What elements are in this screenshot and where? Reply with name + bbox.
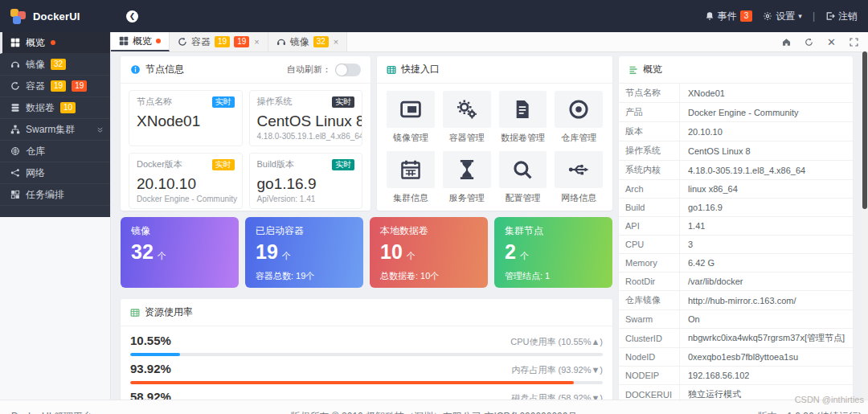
sidebar-item-label: 数据卷	[26, 101, 55, 115]
overview-row-label: 系统内核	[619, 161, 680, 179]
grid-icon	[119, 36, 129, 46]
settings-menu-button[interactable]: 设置 ▾	[763, 10, 802, 23]
quick-entry-label: 镜像管理	[387, 132, 435, 144]
tab-概览[interactable]: 概览	[111, 32, 170, 51]
resource-usage-title: 资源使用率	[145, 305, 193, 319]
overview-row-value: On	[680, 311, 853, 327]
overview-row-value: /var/lib/docker	[680, 273, 853, 289]
bell-icon	[705, 11, 714, 21]
tab-容器[interactable]: 容器1919×	[170, 32, 268, 51]
overview-row-节点名称: 节点名称XNode01	[619, 84, 853, 103]
overview-row-value: XNode01	[680, 85, 853, 101]
resource-row-header: 93.92%内存占用率 (93.92%▼)	[130, 362, 603, 376]
sidebar-item-概览[interactable]: 概览	[0, 32, 110, 54]
stat-card-unit: 个	[282, 250, 291, 262]
settings-label: 设置	[776, 10, 795, 23]
sidebar-item-网络[interactable]: 网络	[0, 162, 110, 184]
stat-card-value-line: 32个	[131, 240, 228, 264]
sidebar-item-label: 容器	[26, 80, 45, 93]
overview-row-NODEIP: NODEIP192.168.56.102	[619, 367, 853, 385]
sidebar-item-数据卷[interactable]: 数据卷10	[0, 97, 110, 119]
table-icon	[130, 308, 140, 318]
open-tabs: 概览容器1919×镜像32×	[111, 32, 347, 51]
overview-row-label: Build	[619, 199, 680, 216]
close-tab-icon[interactable]: ×	[254, 37, 259, 47]
node-card-label: Build版本	[257, 158, 294, 170]
quick-entry-数据卷管理[interactable]: 数据卷管理	[499, 91, 547, 144]
sidebar-item-label: 任务编排	[26, 188, 64, 202]
node-card-value: CentOS Linux 8	[257, 113, 355, 130]
node-card-节点名称: 节点名称实时XNode01	[129, 90, 243, 146]
sitemap-icon	[10, 125, 20, 134]
quick-entry-镜像管理[interactable]: 镜像管理	[387, 91, 435, 144]
quick-entry-icon-box	[555, 151, 603, 188]
tab-label: 镜像	[290, 35, 309, 49]
overview-row-label: CPU	[619, 236, 680, 253]
quick-entry-网络信息[interactable]: 网络信息	[555, 151, 603, 204]
logout-button[interactable]: 注销	[825, 10, 858, 23]
overview-row-Memory: Memory6.42 G	[619, 254, 853, 273]
resource-label: CPU使用率 (10.55%▲)	[510, 336, 603, 348]
events-button[interactable]: 事件 3	[705, 10, 753, 23]
quick-entry-panel: 快捷入口 镜像管理容器管理数据卷管理仓库管理集群信息服务管理配置管理网络信息	[377, 56, 612, 211]
overview-row-系统内核: 系统内核4.18.0-305.19.1.el8_4.x86_64	[619, 161, 853, 180]
overview-row-value: go1.16.9	[680, 199, 853, 215]
scrollbar-thumb[interactable]	[862, 51, 867, 209]
quick-entry-配置管理[interactable]: 配置管理	[499, 151, 547, 204]
node-card-label: Docker版本	[137, 158, 182, 170]
node-card-value: go1.16.9	[257, 175, 355, 193]
quick-entry-仓库管理[interactable]: 仓库管理	[555, 91, 603, 144]
overview-row-value: 3	[680, 236, 853, 252]
quick-entry-label: 数据卷管理	[499, 132, 547, 144]
sidebar-item-Swarm集群[interactable]: Swarm集群	[0, 119, 110, 141]
quick-entry-icon-box	[443, 151, 491, 188]
stat-card-value: 32	[131, 240, 154, 264]
resource-row-header: 10.55%CPU使用率 (10.55%▲)	[130, 334, 603, 348]
sidebar-item-镜像[interactable]: 镜像32	[0, 54, 110, 76]
close-tab-icon[interactable]: ×	[334, 37, 338, 47]
sidebar-item-label: 网络	[26, 166, 45, 180]
close-tab-icon[interactable]: ✕	[827, 37, 836, 47]
node-info-panel: 节点信息 自动刷新： 节点名称实时XNode01操作系统实时CentOS Lin…	[121, 56, 371, 211]
node-card-subvalue: Docker Engine - Community	[137, 195, 235, 203]
overview-row-value: 20.10.10	[680, 124, 853, 140]
database-icon	[10, 103, 20, 113]
quick-entry-icon-box	[387, 91, 435, 128]
realtime-badge: 实时	[212, 159, 235, 170]
node-info-title: 节点信息	[145, 63, 184, 76]
sidebar-item-容器[interactable]: 容器1919	[0, 76, 110, 97]
tab-镜像[interactable]: 镜像32×	[268, 32, 348, 51]
gears-icon	[457, 99, 477, 120]
fullscreen-icon	[850, 38, 858, 47]
sidebar-collapse-button[interactable]: ❮	[126, 10, 138, 23]
stat-card-value: 2	[505, 240, 516, 264]
overview-row-CPU: CPU3	[619, 236, 853, 254]
count-badge: 32	[313, 36, 329, 47]
sidebar-item-仓库[interactable]: 仓库	[0, 141, 110, 162]
header-divider: |	[813, 10, 815, 22]
stat-card-footer: 总数据卷: 10个	[380, 270, 439, 282]
overview-row-label: NODEIP	[619, 367, 680, 384]
stat-card-title: 已启动容器	[256, 224, 353, 238]
node-card-subvalue: 4.18.0-305.19.1.el8_4.x86_64	[257, 132, 355, 141]
layout-icon	[10, 190, 20, 199]
quick-entry-服务管理[interactable]: 服务管理	[443, 151, 491, 204]
quick-entry-集群信息[interactable]: 集群信息	[387, 151, 435, 204]
quick-entry-容器管理[interactable]: 容器管理	[443, 91, 491, 144]
sidebar: 概览镜像32容器1919数据卷10Swarm集群仓库网络任务编排	[0, 32, 111, 400]
circledot-icon	[568, 99, 589, 120]
header-actions: 事件 3 设置 ▾ | 注销	[705, 10, 868, 23]
overview-row-NodeID: NodeID0xexqbo1esb7fbl8yttoea1su	[619, 348, 853, 367]
resource-rows: 10.55%CPU使用率 (10.55%▲)93.92%内存占用率 (93.92…	[121, 326, 612, 400]
resource-percent: 93.92%	[130, 362, 171, 375]
stat-cards: 镜像32个已启动容器19个容器总数: 19个本地数据卷10个总数据卷: 10个集…	[121, 217, 612, 288]
stat-card-unit: 个	[520, 250, 529, 262]
stat-card-镜像: 镜像32个	[121, 217, 239, 288]
auto-refresh-label: 自动刷新：	[287, 64, 331, 76]
overview-row-API: API1.41	[619, 217, 853, 236]
overview-row-label: Swarm	[619, 310, 680, 328]
sidebar-item-任务编排[interactable]: 任务编排	[0, 184, 110, 206]
auto-refresh-toggle[interactable]	[335, 64, 361, 76]
overview-row-label: 仓库镜像	[619, 291, 680, 309]
stat-card-unit: 个	[158, 250, 166, 262]
